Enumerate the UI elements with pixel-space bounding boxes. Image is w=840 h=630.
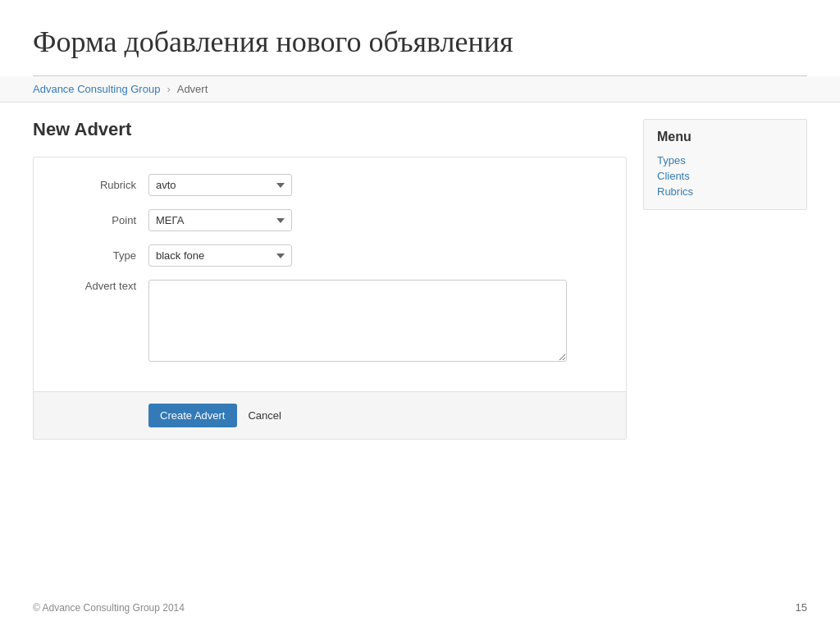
type-group: Type black fone white fone color fone [58, 244, 601, 267]
create-advert-button[interactable]: Create Advert [148, 404, 237, 427]
page-number: 15 [796, 601, 807, 614]
sidebar: Menu Types Clients Rubrics [643, 119, 807, 440]
sidebar-item-clients[interactable]: Clients [657, 168, 793, 184]
breadcrumb: Advance Consulting Group › Advert [0, 76, 840, 103]
point-select[interactable]: МЕГА Центр Север [148, 209, 292, 231]
sidebar-title: Menu [657, 130, 793, 144]
main-content: New Advert Rubrick avto nedvizhimost rab… [0, 103, 840, 456]
sidebar-nav: Types Clients Rubrics [657, 153, 793, 199]
rubrick-select[interactable]: avto nedvizhimost rabota [148, 174, 292, 196]
breadcrumb-home[interactable]: Advance Consulting Group [33, 83, 160, 95]
breadcrumb-current: Advert [177, 83, 208, 95]
form-footer-buttons: Create Advert Cancel [148, 404, 290, 427]
page-footer: © Advance Consulting Group 2014 [33, 602, 185, 614]
rubrick-label: Rubrick [58, 179, 148, 191]
page-title: Форма добавления нового объявления [33, 25, 807, 59]
form-body: Rubrick avto nedvizhimost rabota Point М… [34, 158, 626, 391]
breadcrumb-separator: › [167, 83, 170, 95]
form-footer: Create Advert Cancel [34, 391, 626, 439]
rubrick-group: Rubrick avto nedvizhimost rabota [58, 174, 601, 196]
advert-text-group: Advert text [58, 280, 601, 362]
advert-text-input[interactable] [148, 280, 567, 362]
copyright-text: © Advance Consulting Group 2014 [33, 602, 185, 614]
advert-text-label: Advert text [58, 280, 148, 292]
page-title-section: Форма добавления нового объявления [0, 0, 840, 75]
sidebar-box: Menu Types Clients Rubrics [643, 119, 807, 210]
sidebar-item-types[interactable]: Types [657, 153, 793, 168]
point-group: Point МЕГА Центр Север [58, 209, 601, 231]
form-section: New Advert Rubrick avto nedvizhimost rab… [33, 119, 627, 440]
sidebar-item-rubrics[interactable]: Rubrics [657, 184, 793, 199]
form-container: Rubrick avto nedvizhimost rabota Point М… [33, 157, 627, 440]
point-label: Point [58, 214, 148, 226]
type-label: Type [58, 249, 148, 262]
cancel-button[interactable]: Cancel [240, 404, 289, 427]
type-select[interactable]: black fone white fone color fone [148, 244, 292, 267]
form-heading: New Advert [33, 119, 627, 140]
